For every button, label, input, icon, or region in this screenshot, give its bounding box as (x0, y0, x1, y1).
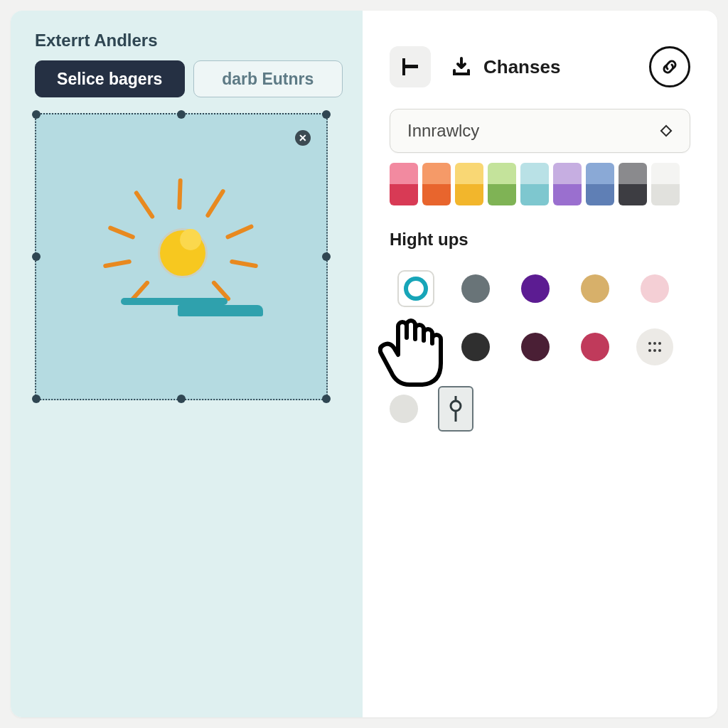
svg-rect-0 (402, 58, 405, 75)
palette-swatch-1[interactable] (422, 163, 451, 205)
svg-point-5 (658, 342, 661, 345)
color-dot-rose[interactable] (581, 333, 609, 361)
svg-point-8 (658, 349, 661, 352)
resize-handle-bc[interactable] (177, 395, 186, 403)
palette-swatch-2[interactable] (455, 163, 483, 205)
palette-swatch-5[interactable] (553, 163, 582, 205)
dropdown-value: Innrawlcy (407, 121, 479, 141)
resize-handle-ml[interactable] (32, 252, 41, 261)
app-window: Exterrt Andlers Selice bagers darb Eutnr… (11, 11, 717, 717)
svg-point-4 (653, 342, 656, 345)
resize-handle-mr[interactable] (322, 252, 331, 261)
svg-point-6 (648, 349, 651, 352)
color-dot-lightgray[interactable] (390, 395, 418, 423)
bottom-tools-row (390, 386, 690, 432)
left-panel: Exterrt Andlers Selice bagers darb Eutnr… (11, 11, 363, 717)
resize-handle-tc[interactable] (177, 110, 186, 119)
palette-swatch-7[interactable] (619, 163, 647, 205)
more-dots-icon (647, 341, 663, 353)
style-dropdown[interactable]: Innrawlcy (390, 109, 690, 153)
align-tool-button[interactable] (390, 46, 431, 87)
tab-darb-eutnrs[interactable]: darb Eutnrs (193, 60, 343, 97)
palette-swatch-3[interactable] (488, 163, 516, 205)
tab-selice-bagers[interactable]: Selice bagers (35, 60, 185, 97)
diamond-icon (660, 124, 673, 137)
link-button[interactable] (649, 46, 690, 87)
svg-point-3 (648, 342, 651, 345)
download-chanses-button[interactable]: Chanses (451, 56, 560, 78)
inspect-icon (447, 396, 464, 422)
link-icon (660, 57, 680, 77)
download-icon (451, 56, 472, 77)
resize-handle-bl[interactable] (32, 395, 41, 403)
color-dot-black[interactable] (461, 333, 490, 361)
color-dot-green[interactable] (402, 333, 430, 361)
palette-swatch-8[interactable] (651, 163, 680, 205)
canvas-artwork-sun (100, 178, 263, 328)
palette-swatch-0[interactable] (390, 163, 418, 205)
color-palette-row (390, 163, 690, 205)
svg-rect-1 (405, 65, 418, 68)
resize-handle-tl[interactable] (32, 110, 41, 119)
right-panel: Chanses Innrawlcy Hight ups (363, 11, 717, 717)
chanses-label: Chanses (483, 56, 560, 78)
tabs: Selice bagers darb Eutnrs (35, 60, 343, 97)
hight-ups-label: Hight ups (390, 230, 690, 250)
svg-rect-2 (661, 126, 671, 136)
palette-swatch-4[interactable] (520, 163, 549, 205)
color-dot-selected[interactable] (397, 270, 434, 307)
color-dot-gray[interactable] (461, 274, 490, 303)
inspect-tool-button[interactable] (438, 386, 473, 432)
svg-point-9 (451, 401, 461, 411)
close-selection-icon[interactable]: ✕ (295, 130, 311, 146)
color-dot-pink[interactable] (641, 274, 669, 303)
left-panel-title: Exterrt Andlers (35, 31, 343, 50)
color-dot-purple[interactable] (521, 274, 550, 303)
svg-point-7 (653, 349, 656, 352)
palette-swatch-6[interactable] (586, 163, 614, 205)
resize-handle-tr[interactable] (322, 110, 331, 119)
more-colors-button[interactable] (636, 328, 673, 365)
hight-ups-grid (390, 262, 690, 373)
toolbar: Chanses (390, 46, 690, 87)
canvas-selection[interactable]: ✕ (35, 113, 328, 400)
color-dot-tan[interactable] (581, 274, 609, 303)
color-dot-maroon[interactable] (521, 333, 550, 361)
align-left-icon (401, 57, 419, 77)
resize-handle-br[interactable] (322, 395, 331, 403)
